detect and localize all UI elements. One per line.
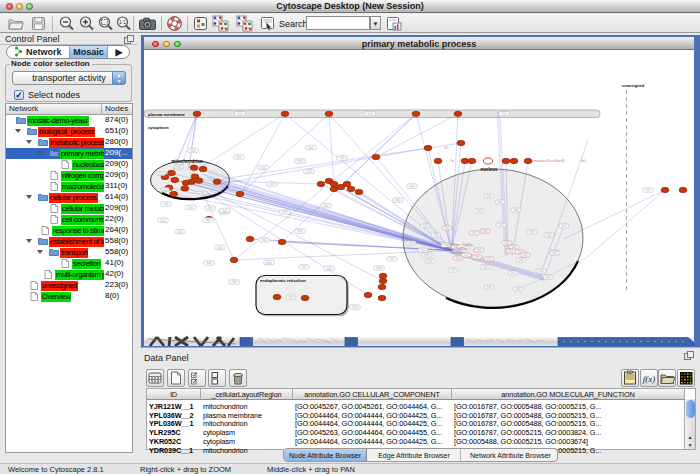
svg-text:f(x): f(x) xyxy=(643,374,656,384)
svg-text:1:1: 1:1 xyxy=(119,19,126,25)
